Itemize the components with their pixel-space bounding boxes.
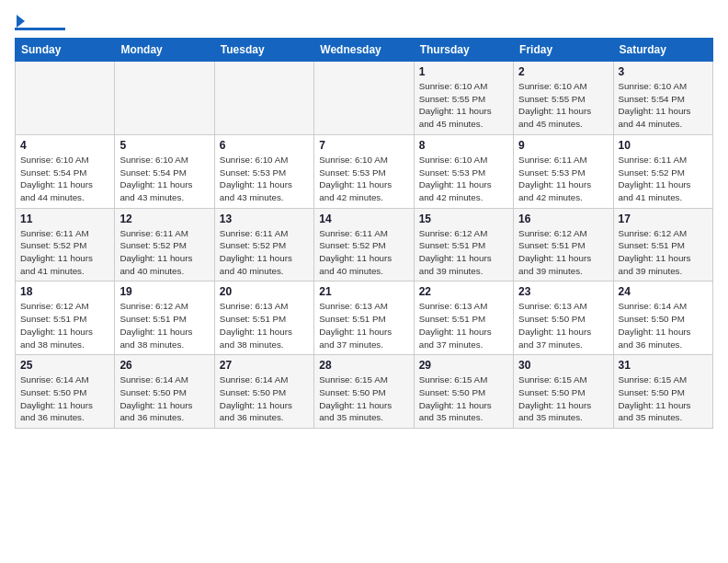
day-info: Sunrise: 6:14 AM Sunset: 5:50 PM Dayligh… <box>220 373 309 424</box>
day-number: 21 <box>319 285 408 298</box>
day-number: 9 <box>518 139 608 152</box>
day-info: Sunrise: 6:15 AM Sunset: 5:50 PM Dayligh… <box>518 373 608 424</box>
day-number: 28 <box>319 359 408 372</box>
weekday-header-wednesday: Wednesday <box>314 39 414 62</box>
day-number: 12 <box>119 213 209 225</box>
day-number: 23 <box>518 285 608 298</box>
day-info: Sunrise: 6:10 AM Sunset: 5:53 PM Dayligh… <box>319 154 408 204</box>
day-info: Sunrise: 6:11 AM Sunset: 5:52 PM Dayligh… <box>619 154 708 204</box>
day-number: 10 <box>619 139 708 152</box>
day-info: Sunrise: 6:11 AM Sunset: 5:52 PM Dayligh… <box>119 227 209 278</box>
day-number: 26 <box>119 359 209 372</box>
day-info: Sunrise: 6:10 AM Sunset: 5:55 PM Dayligh… <box>419 80 508 131</box>
logo <box>15 15 65 30</box>
calendar-cell: 31Sunrise: 6:15 AM Sunset: 5:50 PM Dayli… <box>613 355 712 429</box>
calendar-cell: 13Sunrise: 6:11 AM Sunset: 5:52 PM Dayli… <box>214 208 313 282</box>
weekday-header-sunday: Sunday <box>16 39 115 62</box>
calendar-cell: 29Sunrise: 6:15 AM Sunset: 5:50 PM Dayli… <box>414 355 513 429</box>
day-number: 30 <box>518 359 608 372</box>
calendar-cell: 30Sunrise: 6:15 AM Sunset: 5:50 PM Dayli… <box>514 355 613 429</box>
weekday-header-tuesday: Tuesday <box>214 39 313 62</box>
day-number: 25 <box>20 359 109 372</box>
day-info: Sunrise: 6:14 AM Sunset: 5:50 PM Dayligh… <box>119 373 209 424</box>
calendar-cell: 4Sunrise: 6:10 AM Sunset: 5:54 PM Daylig… <box>16 134 115 208</box>
calendar-cell: 9Sunrise: 6:11 AM Sunset: 5:53 PM Daylig… <box>514 134 613 208</box>
calendar-cell: 21Sunrise: 6:13 AM Sunset: 5:51 PM Dayli… <box>314 282 414 355</box>
calendar-cell: 22Sunrise: 6:13 AM Sunset: 5:51 PM Dayli… <box>414 282 513 355</box>
day-number: 7 <box>319 139 408 152</box>
calendar-cell: 1Sunrise: 6:10 AM Sunset: 5:55 PM Daylig… <box>414 62 513 135</box>
day-info: Sunrise: 6:13 AM Sunset: 5:51 PM Dayligh… <box>319 300 408 350</box>
day-info: Sunrise: 6:10 AM Sunset: 5:55 PM Dayligh… <box>518 80 608 131</box>
day-info: Sunrise: 6:10 AM Sunset: 5:54 PM Dayligh… <box>119 154 209 204</box>
calendar-cell: 6Sunrise: 6:10 AM Sunset: 5:53 PM Daylig… <box>214 134 313 208</box>
calendar-cell: 25Sunrise: 6:14 AM Sunset: 5:50 PM Dayli… <box>16 355 115 429</box>
day-info: Sunrise: 6:13 AM Sunset: 5:51 PM Dayligh… <box>419 300 508 350</box>
day-info: Sunrise: 6:11 AM Sunset: 5:52 PM Dayligh… <box>220 227 309 278</box>
calendar-cell: 3Sunrise: 6:10 AM Sunset: 5:54 PM Daylig… <box>613 62 712 135</box>
day-number: 8 <box>419 139 508 152</box>
calendar-cell: 14Sunrise: 6:11 AM Sunset: 5:52 PM Dayli… <box>314 208 414 282</box>
day-info: Sunrise: 6:10 AM Sunset: 5:53 PM Dayligh… <box>419 154 508 204</box>
day-info: Sunrise: 6:14 AM Sunset: 5:50 PM Dayligh… <box>619 300 708 350</box>
day-number: 4 <box>20 139 109 152</box>
day-info: Sunrise: 6:11 AM Sunset: 5:53 PM Dayligh… <box>518 154 608 204</box>
calendar-cell: 28Sunrise: 6:15 AM Sunset: 5:50 PM Dayli… <box>314 355 414 429</box>
day-number: 15 <box>419 213 508 225</box>
day-info: Sunrise: 6:15 AM Sunset: 5:50 PM Dayligh… <box>319 373 408 424</box>
day-number: 22 <box>419 285 508 298</box>
calendar-cell: 26Sunrise: 6:14 AM Sunset: 5:50 PM Dayli… <box>115 355 214 429</box>
day-info: Sunrise: 6:10 AM Sunset: 5:53 PM Dayligh… <box>220 154 309 204</box>
calendar-cell <box>115 62 214 135</box>
day-number: 19 <box>119 285 209 298</box>
day-info: Sunrise: 6:12 AM Sunset: 5:51 PM Dayligh… <box>419 227 508 278</box>
calendar-cell: 8Sunrise: 6:10 AM Sunset: 5:53 PM Daylig… <box>414 134 513 208</box>
day-info: Sunrise: 6:15 AM Sunset: 5:50 PM Dayligh… <box>419 373 508 424</box>
day-number: 5 <box>119 139 209 152</box>
day-number: 16 <box>518 213 608 225</box>
day-number: 20 <box>220 285 309 298</box>
day-info: Sunrise: 6:10 AM Sunset: 5:54 PM Dayligh… <box>20 154 109 204</box>
day-info: Sunrise: 6:15 AM Sunset: 5:50 PM Dayligh… <box>619 373 708 424</box>
day-number: 13 <box>220 213 309 225</box>
calendar-cell: 23Sunrise: 6:13 AM Sunset: 5:50 PM Dayli… <box>514 282 613 355</box>
weekday-header-thursday: Thursday <box>414 39 513 62</box>
day-number: 17 <box>619 213 708 225</box>
day-number: 24 <box>619 285 708 298</box>
weekday-header-friday: Friday <box>514 39 613 62</box>
day-info: Sunrise: 6:12 AM Sunset: 5:51 PM Dayligh… <box>619 227 708 278</box>
calendar-cell: 16Sunrise: 6:12 AM Sunset: 5:51 PM Dayli… <box>514 208 613 282</box>
day-number: 18 <box>20 285 109 298</box>
day-info: Sunrise: 6:12 AM Sunset: 5:51 PM Dayligh… <box>20 300 109 350</box>
calendar-cell: 12Sunrise: 6:11 AM Sunset: 5:52 PM Dayli… <box>115 208 214 282</box>
calendar-cell: 5Sunrise: 6:10 AM Sunset: 5:54 PM Daylig… <box>115 134 214 208</box>
day-number: 29 <box>419 359 508 372</box>
page-header <box>15 15 713 30</box>
calendar-cell: 10Sunrise: 6:11 AM Sunset: 5:52 PM Dayli… <box>613 134 712 208</box>
calendar-cell: 17Sunrise: 6:12 AM Sunset: 5:51 PM Dayli… <box>613 208 712 282</box>
day-info: Sunrise: 6:11 AM Sunset: 5:52 PM Dayligh… <box>319 227 408 278</box>
calendar-cell: 2Sunrise: 6:10 AM Sunset: 5:55 PM Daylig… <box>514 62 613 135</box>
day-number: 27 <box>220 359 309 372</box>
day-info: Sunrise: 6:12 AM Sunset: 5:51 PM Dayligh… <box>119 300 209 350</box>
day-info: Sunrise: 6:13 AM Sunset: 5:50 PM Dayligh… <box>518 300 608 350</box>
calendar-cell: 7Sunrise: 6:10 AM Sunset: 5:53 PM Daylig… <box>314 134 414 208</box>
calendar-cell <box>314 62 414 135</box>
calendar-cell: 15Sunrise: 6:12 AM Sunset: 5:51 PM Dayli… <box>414 208 513 282</box>
calendar-cell: 18Sunrise: 6:12 AM Sunset: 5:51 PM Dayli… <box>16 282 115 355</box>
day-number: 31 <box>619 359 708 372</box>
day-number: 11 <box>20 213 109 225</box>
calendar-table: SundayMondayTuesdayWednesdayThursdayFrid… <box>15 38 713 429</box>
day-number: 6 <box>220 139 309 152</box>
calendar-cell: 11Sunrise: 6:11 AM Sunset: 5:52 PM Dayli… <box>16 208 115 282</box>
day-info: Sunrise: 6:14 AM Sunset: 5:50 PM Dayligh… <box>20 373 109 424</box>
day-info: Sunrise: 6:12 AM Sunset: 5:51 PM Dayligh… <box>518 227 608 278</box>
weekday-header-saturday: Saturday <box>613 39 712 62</box>
calendar-cell: 24Sunrise: 6:14 AM Sunset: 5:50 PM Dayli… <box>613 282 712 355</box>
calendar-cell <box>16 62 115 135</box>
weekday-header-monday: Monday <box>115 39 214 62</box>
calendar-cell <box>214 62 313 135</box>
day-info: Sunrise: 6:10 AM Sunset: 5:54 PM Dayligh… <box>619 80 708 131</box>
day-info: Sunrise: 6:13 AM Sunset: 5:51 PM Dayligh… <box>220 300 309 350</box>
day-number: 14 <box>319 213 408 225</box>
